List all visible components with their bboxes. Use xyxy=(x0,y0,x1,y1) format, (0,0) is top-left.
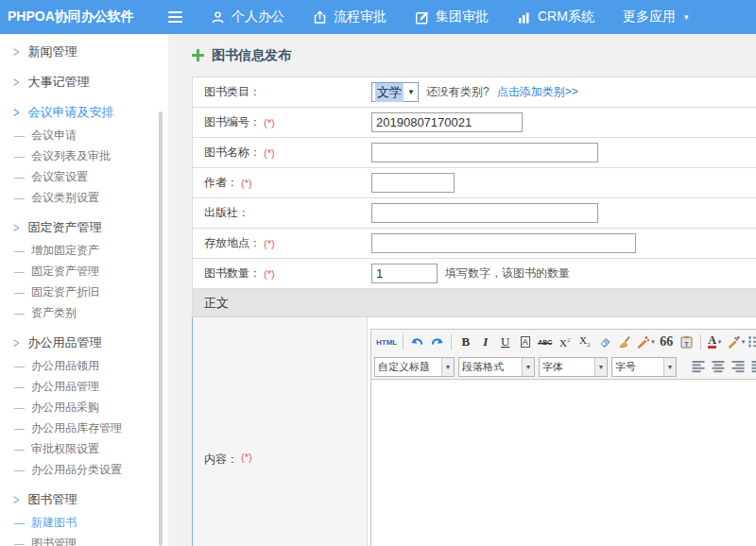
bold-button-glyph: B xyxy=(461,334,470,350)
sidebar-item[interactable]: —会议列表及审批 xyxy=(0,145,168,166)
underline-button[interactable]: U xyxy=(496,333,514,351)
location-input[interactable] xyxy=(371,233,636,253)
caret-down-icon: ▾ xyxy=(651,338,655,346)
quantity-input[interactable] xyxy=(371,264,438,283)
source-code-button[interactable]: HTML xyxy=(375,333,398,351)
format-clear-button[interactable] xyxy=(615,333,633,351)
blockquote-button[interactable]: 66 xyxy=(658,333,676,351)
menu-toggle-button[interactable] xyxy=(168,9,182,26)
author-input[interactable] xyxy=(371,173,455,193)
sidebar-group-label: 大事记管理 xyxy=(27,74,89,91)
sidebar-item[interactable]: —会议申请 xyxy=(0,125,168,145)
sidebar-item-label: 图书管理 xyxy=(31,536,77,546)
menu-item-more-apps[interactable]: 更多应用▾ xyxy=(623,9,689,26)
page-title: 图书信息发布 xyxy=(192,34,756,77)
field-label-text: 图书名称： xyxy=(204,145,261,161)
combo-value: 自定义标题 xyxy=(375,360,441,374)
sidebar-item[interactable]: —会议室设置 xyxy=(0,166,168,187)
dash-icon: — xyxy=(14,307,25,318)
align-center-button[interactable] xyxy=(709,357,727,376)
sidebar-item[interactable]: —资产类别 xyxy=(0,302,168,323)
publisher-input[interactable] xyxy=(371,203,598,223)
broom-icon xyxy=(618,335,631,349)
dash-icon: — xyxy=(14,443,25,454)
quantity-hint: 填写数字，该图书的数量 xyxy=(445,265,570,282)
char-border-button[interactable]: A xyxy=(516,333,534,351)
italic-button[interactable]: I xyxy=(476,333,494,351)
combo-value: 字号 xyxy=(612,360,663,374)
content-label: 内容： xyxy=(204,452,238,546)
sidebar-group-5[interactable]: >办公用品管理 xyxy=(0,333,168,353)
strikethrough-button[interactable]: ABC xyxy=(536,333,554,351)
dash-icon: — xyxy=(14,265,25,277)
eraser-button[interactable] xyxy=(595,333,613,351)
bold-button[interactable]: B xyxy=(456,333,474,351)
source-code-button-glyph: HTML xyxy=(376,338,397,347)
field-label-text: 存放地点： xyxy=(204,235,261,251)
align-right-button[interactable] xyxy=(729,357,747,376)
sidebar-item[interactable]: —会议类别设置 xyxy=(0,187,168,208)
user-icon xyxy=(211,10,225,25)
book-name-input[interactable] xyxy=(371,143,598,162)
undo-button[interactable] xyxy=(408,333,426,351)
redo-button[interactable] xyxy=(428,333,446,351)
menu-item-crm-system[interactable]: CRM系统 xyxy=(517,9,594,26)
superscript-button[interactable]: X2 xyxy=(556,333,574,351)
rich-text-editor: HTMLBIUAABCX2X2▾66TA▾▾▾▾ 自定义标题▼段落格式▼字体▼字… xyxy=(370,329,756,546)
sidebar-item[interactable]: —办公用品领用 xyxy=(0,355,168,376)
superscript-button-glyph: X2 xyxy=(559,336,570,349)
menu-item-group-approval[interactable]: 集团审批 xyxy=(415,9,489,26)
dash-icon: — xyxy=(14,464,25,475)
sidebar-item[interactable]: —办公用品库存管理 xyxy=(0,418,168,438)
sidebar-item[interactable]: —办公用品采购 xyxy=(0,397,168,418)
field-value xyxy=(368,112,756,132)
sidebar-item[interactable]: —图书管理 xyxy=(0,533,168,546)
paste-button[interactable]: T xyxy=(678,333,696,351)
subscript-button[interactable]: X2 xyxy=(576,333,593,351)
sidebar-group-label: 新闻管理 xyxy=(27,43,77,60)
sidebar-item[interactable]: —新建图书 xyxy=(0,512,168,533)
sidebar-group-4[interactable]: >固定资产管理 xyxy=(0,217,168,238)
dash-icon: — xyxy=(14,171,25,182)
sidebar-group-label: 办公用品管理 xyxy=(27,334,101,351)
book-number-input[interactable] xyxy=(371,112,523,132)
font-size-select[interactable]: 字号▼ xyxy=(611,357,677,377)
sidebar-group-2[interactable]: >大事记管理 xyxy=(0,72,168,93)
field-label: 作者：(*) xyxy=(193,168,368,197)
paint-format-button[interactable]: ▾ xyxy=(635,333,656,351)
align-left-button[interactable] xyxy=(689,357,707,376)
sidebar-item[interactable]: —办公用品管理 xyxy=(0,376,168,397)
dash-icon: — xyxy=(14,537,25,546)
book-category-select[interactable]: 文学▼ xyxy=(371,82,419,102)
sidebar-item[interactable]: —审批权限设置 xyxy=(0,438,168,459)
sidebar-item[interactable]: —增加固定资产 xyxy=(0,240,168,261)
font-color-button[interactable]: A▾ xyxy=(706,333,724,351)
menu-item-label: 流程审批 xyxy=(334,9,387,26)
select-value: 文学 xyxy=(375,83,404,102)
dash-icon: — xyxy=(14,381,25,392)
paragraph-format-select[interactable]: 段落格式▼ xyxy=(458,357,535,377)
align-justify-button[interactable] xyxy=(748,357,756,376)
menu-item-flow-approval[interactable]: 流程审批 xyxy=(313,9,387,26)
sidebar-item[interactable]: —办公用品分类设置 xyxy=(0,459,168,480)
sidebar-scrollbar[interactable] xyxy=(159,111,163,546)
svg-text:T: T xyxy=(684,340,689,349)
custom-title-select[interactable]: 自定义标题▼ xyxy=(374,357,455,377)
sidebar-item[interactable]: —固定资产管理 xyxy=(0,261,168,282)
caret-down-icon: ▼ xyxy=(441,358,454,376)
font-family-select[interactable]: 字体▼ xyxy=(539,357,608,377)
toolbar-separator xyxy=(451,334,452,350)
ordered-list-button[interactable]: ▾ xyxy=(747,333,756,351)
sidebar-group-3[interactable]: >会议申请及安排 xyxy=(0,102,168,123)
alignl-icon xyxy=(692,360,705,373)
field-label: 图书名称：(*) xyxy=(193,138,368,167)
editor-content-area[interactable] xyxy=(371,379,756,546)
menu-item-personal-office[interactable]: 个人办公 xyxy=(211,9,284,26)
sidebar-group-6[interactable]: >图书管理 xyxy=(0,489,168,510)
highlight-color-button[interactable]: ▾ xyxy=(726,333,747,351)
caret-down-icon: ▼ xyxy=(663,358,676,376)
sidebar-group-1[interactable]: >新闻管理 xyxy=(0,42,168,62)
sidebar-item-label: 资产类别 xyxy=(31,305,77,321)
add-category-link[interactable]: 点击添加类别>> xyxy=(497,84,578,100)
sidebar-item[interactable]: —固定资产折旧 xyxy=(0,282,168,302)
